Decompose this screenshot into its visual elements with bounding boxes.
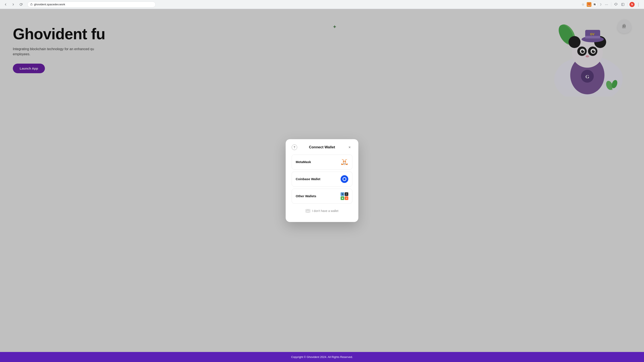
close-modal-button[interactable]: ×	[347, 145, 352, 150]
address-bar[interactable]: ghovident.spacedev.work	[27, 1, 156, 7]
no-wallet-label: I don't have a wallet	[312, 209, 338, 213]
reload-button[interactable]	[18, 1, 24, 7]
wallet-card-icon	[306, 209, 310, 213]
browser-chrome: ghovident.spacedev.work ☆ 🦊 N ☽ ⋯ N ⋮	[0, 0, 644, 9]
connect-wallet-modal: ? Connect Wallet × MetaMask	[286, 139, 358, 222]
svg-rect-0	[30, 4, 32, 5]
svg-marker-34	[346, 164, 348, 165]
metamask-wallet-option[interactable]: MetaMask	[292, 155, 352, 170]
modal-overlay[interactable]: ? Connect Wallet × MetaMask	[0, 9, 644, 352]
moon-ext-icon[interactable]: ☽	[598, 2, 602, 7]
no-wallet-option[interactable]: I don't have a wallet	[292, 206, 352, 216]
svg-marker-36	[342, 161, 344, 162]
modal-header: ? Connect Wallet ×	[292, 145, 352, 149]
divider	[611, 2, 611, 7]
owg-icon-1: ⇅	[340, 192, 344, 196]
browser-action-bar: ☆ 🦊 N ☽ ⋯ N ⋮	[580, 1, 642, 7]
footer: Copyright © Ghovident 2024. All Rights R…	[0, 352, 644, 362]
lock-icon	[30, 3, 33, 6]
user-avatar[interactable]: N	[630, 2, 634, 7]
modal-title: Connect Wallet	[309, 145, 335, 149]
svg-rect-1	[622, 3, 624, 6]
sidebar-button[interactable]	[620, 1, 626, 7]
other-wallets-option[interactable]: Other Wallets ⇅ Z ▣ ◈	[292, 189, 352, 204]
more-button[interactable]: ⋯	[604, 1, 609, 7]
svg-marker-35	[341, 164, 343, 165]
back-button[interactable]	[2, 1, 8, 7]
page-content: Ghovident fu Integrating blockchain tech…	[0, 9, 644, 362]
chrome-menu-button[interactable]: ⋮	[636, 1, 642, 7]
owg-icon-2: Z	[345, 192, 348, 196]
svg-marker-37	[345, 161, 346, 162]
metamask-ext-icon[interactable]: 🦊	[587, 2, 592, 7]
svg-marker-32	[345, 159, 348, 161]
footer-text: Copyright © Ghovident 2024. All Rights R…	[291, 355, 353, 359]
metamask-label: MetaMask	[296, 160, 311, 164]
svg-marker-33	[342, 159, 344, 161]
extensions-button[interactable]	[613, 1, 619, 7]
other-wallets-icon: ⇅ Z ▣ ◈	[340, 192, 348, 200]
notion-ext-icon[interactable]: N	[592, 2, 597, 7]
metamask-wallet-icon	[340, 158, 348, 166]
coinbase-label: Coinbase Wallet	[296, 177, 320, 181]
forward-button[interactable]	[10, 1, 16, 7]
star-button[interactable]: ☆	[580, 1, 586, 7]
url-text: ghovident.spacedev.work	[34, 3, 65, 6]
divider2	[628, 2, 628, 7]
hero-section: Ghovident fu Integrating blockchain tech…	[0, 9, 644, 352]
svg-rect-47	[306, 210, 310, 212]
other-wallets-label: Other Wallets	[296, 194, 316, 198]
coinbase-wallet-option[interactable]: Coinbase Wallet	[292, 172, 352, 186]
coinbase-wallet-icon	[340, 175, 348, 183]
svg-marker-40	[344, 164, 345, 165]
owg-icon-4: ◈	[345, 196, 348, 200]
help-button[interactable]: ?	[292, 145, 297, 150]
owg-icon-3: ▣	[340, 196, 344, 200]
